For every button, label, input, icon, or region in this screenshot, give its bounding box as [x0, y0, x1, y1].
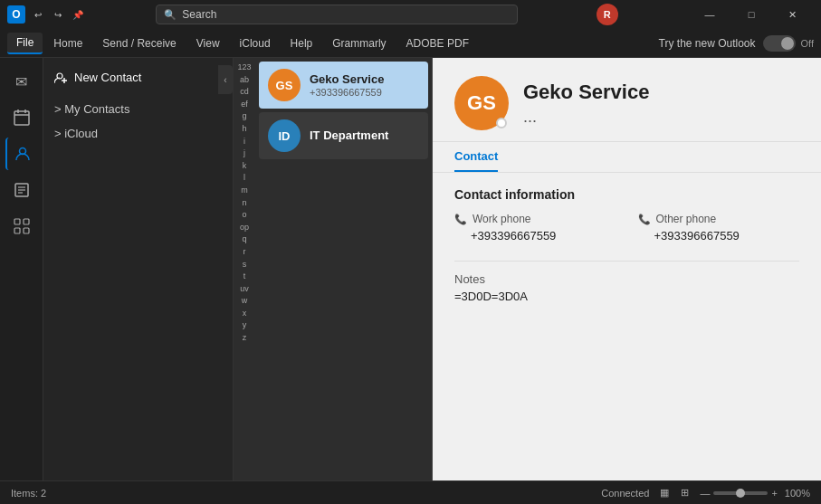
tab-contact[interactable]: Contact	[454, 142, 498, 172]
alpha-i[interactable]: i	[243, 136, 245, 147]
zoom-minus[interactable]: —	[700, 488, 710, 499]
nav-tasks[interactable]	[5, 174, 38, 206]
maximize-button[interactable]: □	[730, 0, 772, 29]
alpha-k[interactable]: k	[243, 160, 247, 172]
view-icons: ▦ ⊞	[656, 485, 692, 501]
zoom-slider[interactable]	[713, 491, 768, 495]
search-bar[interactable]: 🔍	[156, 5, 518, 24]
notes-label: Notes	[454, 272, 799, 286]
nav-panel: New Contact ‹ > My Contacts > iCloud	[43, 58, 234, 480]
contact-info-grid: 📞 Work phone +393396667559 📞 Other phone…	[454, 213, 799, 242]
title-bar: O ↩ ↪ 📌 🔍 R — □ ✕	[0, 0, 821, 29]
menu-help[interactable]: Help	[282, 33, 322, 53]
undo-button[interactable]: ↩	[31, 7, 45, 22]
search-icon: 🔍	[164, 9, 177, 21]
alpha-h[interactable]: h	[242, 123, 246, 135]
contact-info-gs: Geko Service +393396667559	[310, 72, 419, 98]
alpha-ab[interactable]: ab	[240, 74, 249, 86]
nav-icloud[interactable]: > iCloud	[43, 121, 233, 146]
view-list-icon[interactable]: ▦	[656, 485, 673, 501]
collapse-panel-button[interactable]: ‹	[218, 65, 233, 94]
new-contact-label: New Contact	[74, 71, 141, 84]
detail-more-button[interactable]: ...	[523, 108, 649, 127]
contacts-list: GS Geko Service +393396667559 ID IT Depa…	[255, 58, 432, 480]
work-phone-label-row: 📞 Work phone	[454, 213, 616, 225]
svg-rect-10	[24, 219, 29, 224]
alpha-g[interactable]: g	[242, 110, 246, 122]
zoom-plus[interactable]: +	[771, 488, 777, 499]
window-controls: — □ ✕	[689, 0, 814, 29]
new-contact-button[interactable]: New Contact	[43, 65, 233, 90]
alpha-m[interactable]: m	[241, 185, 248, 196]
pin-button[interactable]: 📌	[71, 7, 85, 22]
alpha-cd[interactable]: cd	[240, 86, 249, 98]
menu-grammarly[interactable]: Grammarly	[323, 33, 395, 53]
nav-apps[interactable]	[5, 210, 38, 242]
other-phone-field: 📞 Other phone +393396667559	[638, 213, 800, 242]
alpha-z[interactable]: z	[243, 332, 247, 344]
minimize-button[interactable]: —	[689, 0, 730, 29]
nav-calendar[interactable]	[5, 101, 38, 134]
alpha-w[interactable]: w	[242, 295, 248, 307]
alpha-r[interactable]: r	[243, 246, 246, 258]
menu-view[interactable]: View	[187, 33, 229, 53]
detail-header: GS Geko Service ...	[433, 58, 821, 142]
contact-avatar-id: ID	[268, 119, 301, 152]
menu-send-receive[interactable]: Send / Receive	[93, 33, 185, 53]
menu-file[interactable]: File	[7, 33, 43, 54]
contact-geko-service[interactable]: GS Geko Service +393396667559	[259, 62, 428, 109]
toggle-off-label: Off	[801, 38, 814, 49]
search-input[interactable]	[182, 8, 510, 21]
menu-home[interactable]: Home	[44, 33, 91, 53]
alpha-y[interactable]: y	[243, 319, 247, 331]
contact-list-panel: 123 ab cd ef g h i j k l m n o op q r s …	[234, 58, 433, 480]
alpha-op[interactable]: op	[240, 222, 249, 233]
user-avatar[interactable]: R	[597, 4, 618, 25]
menu-adobe-pdf[interactable]: ADOBE PDF	[397, 33, 478, 53]
icon-sidebar: ✉	[0, 58, 43, 480]
alpha-q[interactable]: q	[242, 233, 246, 245]
close-button[interactable]: ✕	[772, 0, 814, 29]
contact-it-department[interactable]: ID IT Department	[259, 112, 428, 159]
status-bar: Items: 2 Connected ▦ ⊞ — + 100%	[0, 480, 821, 504]
alpha-o[interactable]: o	[242, 209, 246, 221]
alpha-123[interactable]: 123	[237, 62, 251, 73]
alpha-t[interactable]: t	[243, 271, 246, 282]
nav-mail[interactable]: ✉	[5, 65, 38, 98]
work-phone-label: Work phone	[473, 213, 530, 225]
detail-header-info: Geko Service ...	[523, 81, 649, 127]
redo-button[interactable]: ↪	[51, 7, 65, 22]
nav-contacts[interactable]	[5, 138, 38, 170]
contact-phone-gs: +393396667559	[310, 87, 419, 98]
other-phone-icon: 📞	[638, 214, 651, 225]
alpha-j[interactable]: j	[243, 147, 245, 159]
alpha-l[interactable]: l	[243, 172, 245, 184]
detail-body: Contact information 📞 Work phone +393396…	[433, 173, 821, 480]
alpha-x[interactable]: x	[243, 308, 247, 319]
zoom-percent: 100%	[785, 488, 810, 499]
contact-name-id: IT Department	[310, 128, 419, 142]
contact-name-gs: Geko Service	[310, 72, 419, 86]
svg-rect-0	[14, 111, 29, 125]
alpha-s[interactable]: s	[243, 259, 247, 271]
alpha-ef[interactable]: ef	[241, 99, 248, 110]
connection-status: Connected	[601, 488, 649, 499]
new-outlook-toggle[interactable]	[763, 35, 796, 52]
alpha-uv[interactable]: uv	[240, 283, 249, 295]
try-new-outlook-label: Try the new Outlook	[659, 37, 756, 50]
menu-icloud[interactable]: iCloud	[231, 33, 280, 53]
status-right: Connected ▦ ⊞ — + 100%	[601, 485, 810, 501]
zoom-control: — + 100%	[700, 488, 810, 499]
work-phone-value: +393396667559	[454, 229, 616, 242]
detail-panel: GS Geko Service ... Contact Contact info…	[433, 58, 821, 480]
detail-avatar: GS	[454, 76, 509, 130]
online-status-dot	[496, 118, 507, 128]
divider	[454, 261, 799, 262]
app-body: ✉	[0, 58, 821, 480]
view-card-icon[interactable]: ⊞	[676, 485, 692, 501]
menu-bar: File Home Send / Receive View iCloud Hel…	[0, 29, 821, 58]
nav-my-contacts[interactable]: > My Contacts	[43, 97, 233, 121]
contact-info-id: IT Department	[310, 128, 419, 143]
work-phone-field: 📞 Work phone +393396667559	[454, 213, 616, 242]
alpha-n[interactable]: n	[242, 197, 246, 209]
